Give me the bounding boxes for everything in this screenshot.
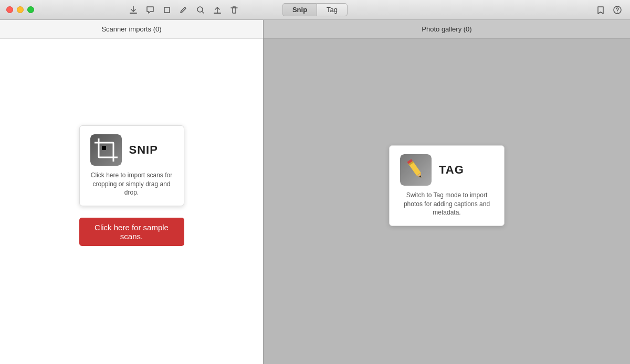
snip-title: SNIP — [129, 143, 158, 157]
import-icon[interactable] — [126, 4, 141, 16]
trash-icon[interactable] — [227, 4, 242, 16]
svg-point-5 — [617, 12, 618, 13]
photo-gallery-panel: Photo gallery (0) — [264, 20, 630, 364]
snip-card-top: SNIP — [90, 134, 173, 166]
help-icon[interactable] — [611, 4, 624, 16]
window-controls — [6, 6, 34, 13]
close-button[interactable] — [6, 6, 13, 13]
bookmark-icon[interactable] — [594, 4, 607, 16]
tag-title: TAG — [439, 163, 464, 177]
scanner-imports-panel: Scanner imports (0) — [0, 20, 264, 364]
snip-icon — [90, 134, 122, 166]
speech-bubble-icon[interactable] — [143, 4, 158, 16]
tag-description: Switch to Tag mode to import photos for … — [400, 191, 494, 217]
snip-description: Click here to import scans for cropping … — [90, 171, 173, 197]
tag-icon — [400, 154, 432, 186]
tab-tag[interactable]: Tag — [317, 3, 348, 16]
toolbar-icons — [126, 4, 242, 16]
sample-scans-button[interactable]: Click here for sample scans. — [79, 218, 184, 246]
edit-icon[interactable] — [176, 4, 191, 16]
toolbar-right — [594, 4, 624, 16]
tab-group: Snip Tag — [282, 3, 348, 16]
search-icon[interactable] — [193, 4, 208, 16]
minimize-button[interactable] — [17, 6, 24, 13]
photo-gallery-header: Photo gallery (0) — [264, 20, 630, 39]
tag-card-top: TAG — [400, 154, 494, 186]
maximize-button[interactable] — [27, 6, 34, 13]
photo-gallery-body: TAG Switch to Tag mode to import photos … — [264, 39, 630, 364]
svg-rect-0 — [130, 13, 137, 14]
svg-rect-1 — [164, 7, 170, 13]
tag-info-card[interactable]: TAG Switch to Tag mode to import photos … — [389, 145, 505, 226]
main-content: Scanner imports (0) — [0, 20, 630, 364]
tab-snip[interactable]: Snip — [282, 3, 317, 16]
upload-icon[interactable] — [210, 4, 225, 16]
scanner-imports-body: SNIP Click here to import scans for crop… — [0, 39, 263, 364]
svg-rect-3 — [214, 13, 221, 14]
titlebar: Snip Tag — [0, 0, 630, 20]
scanner-imports-header: Scanner imports (0) — [0, 20, 263, 39]
crop-icon[interactable] — [160, 4, 174, 16]
snip-info-card[interactable]: SNIP Click here to import scans for crop… — [79, 125, 184, 206]
svg-rect-12 — [102, 146, 106, 150]
